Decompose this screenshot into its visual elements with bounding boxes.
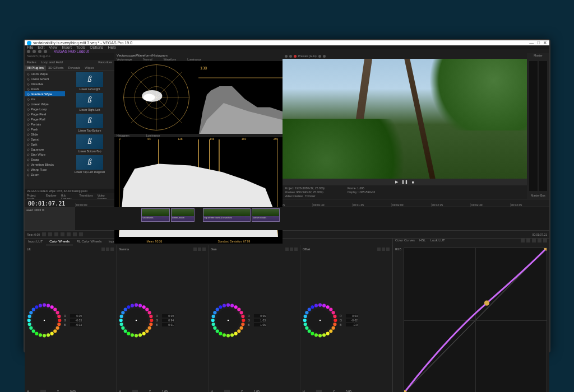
tab-look-lut[interactable]: Look LUT [430,239,445,245]
tl-button[interactable] [73,232,77,236]
fx-item[interactable]: ◇ Star Wipe [25,152,65,157]
prev-icon[interactable] [323,55,326,58]
tl-button[interactable] [48,232,52,236]
fx-item[interactable]: ◇ Venetian Blinds [25,162,65,167]
fx-item[interactable]: ◇ Push [25,127,65,132]
record-icon[interactable] [294,55,297,58]
fx-item[interactable]: ◇ Linear Wipe [25,101,65,106]
curve-icon[interactable] [538,239,541,242]
menu-tools[interactable]: Tools [76,45,85,49]
tool-icon[interactable] [33,50,36,53]
svg-text:130: 130 [200,66,207,71]
fx-item[interactable]: ◇ Page Peel [25,111,65,116]
preview-mode[interactable]: Preview (Auto) [298,54,317,58]
thumb-item[interactable]: ßLinear Bottom-Top [65,133,114,154]
fx-item[interactable]: ◇ Portals [25,122,65,127]
menu-file[interactable]: File [27,45,33,49]
tool-icon[interactable] [44,50,47,53]
menu-options[interactable]: Options [90,45,103,49]
fx-item[interactable]: ◇ Slide [25,132,65,137]
color-wheel[interactable] [211,303,246,338]
tab-fades[interactable]: Fades [25,60,39,66]
play-button[interactable]: ▶ [395,180,398,184]
pause-button[interactable]: ❚❚ [401,180,408,184]
tl-button[interactable] [79,232,83,236]
tool-icon[interactable] [38,50,41,53]
fx-item[interactable]: ◇ Clock Wipe [25,71,65,76]
svg-point-96 [241,315,244,318]
curve-icon[interactable] [521,239,525,242]
track-body[interactable]: woodlandswinter-moontop of tree trunk & … [75,207,549,230]
cat-3d[interactable]: 3D Effects [46,66,66,71]
fx-item[interactable]: ◇ Cross Effect [25,76,65,81]
svg-point-122 [332,311,335,314]
tab-color-wheels[interactable]: Color Wheels [46,239,73,245]
cat-all[interactable]: All Plug-ins [25,66,46,71]
cat-reveals[interactable]: Reveals [66,66,83,71]
fx-item[interactable]: ◇ Spiral [25,137,65,142]
minimize-button[interactable]: — [529,40,534,45]
hub-logout[interactable]: VEGAS Hub Logout [54,49,89,53]
fx-item[interactable]: ◇ Page Loop [25,106,65,111]
color-wheel[interactable] [303,303,337,338]
tab-input-lut[interactable]: Input LUT [25,239,46,245]
menu-edit[interactable]: Edit [38,45,44,49]
tab-rl-wheels[interactable]: RL Color Wheels [73,239,105,245]
stop-button[interactable]: ■ [411,180,414,184]
clip[interactable]: sunset clouds [252,208,280,222]
curve-icon[interactable] [526,239,530,242]
tool-icon[interactable] [27,50,30,53]
tl-button[interactable] [61,232,64,236]
favorites-label[interactable]: Favorites [96,60,114,66]
tab-loop[interactable]: Loop and Hold [39,60,65,66]
tab-project-media[interactable]: Project Media [25,193,44,199]
color-wheel[interactable] [27,303,62,338]
prev-icon[interactable] [318,55,321,58]
fx-item[interactable]: ◇ Swap [25,157,65,162]
tab-color-curves[interactable]: Color Curves [395,239,415,245]
main-area: Search plug-ins Fades Loop and Hold Favo… [25,53,549,392]
svg-point-63 [131,304,134,307]
thumb-item[interactable]: ßLinear Top-Bottom [65,113,114,133]
fx-item[interactable]: ◇ Zoom [25,172,65,177]
fx-item[interactable]: ◇ Warp Flow [25,167,65,172]
tab-video-scopes[interactable]: Video Scopes [95,193,114,199]
menu-insert[interactable]: Insert [62,45,72,49]
menu-view[interactable]: View [49,45,57,49]
fx-item[interactable]: ◇ Gradient Wipe [25,91,65,96]
clip[interactable]: winter-moon [171,208,195,222]
thumb-item[interactable]: ßLinear Left-Right [65,71,114,92]
tab-hub-explorer[interactable]: Hub Explorer [59,193,77,199]
fx-item[interactable]: ◇ Iris [25,96,65,101]
close-button[interactable]: ✕ [543,40,547,45]
clip[interactable]: woodlands [141,208,170,222]
fx-item[interactable]: ◇ Flash [25,86,65,91]
fx-item[interactable]: ◇ Dissolve [25,81,65,86]
tl-button[interactable] [67,232,71,236]
svg-point-20 [57,323,61,326]
color-wheel[interactable] [119,303,154,338]
menu-help[interactable]: Help [108,45,115,49]
search-input[interactable]: Search plug-ins [25,53,114,60]
cat-wipes[interactable]: Wipes [82,66,96,71]
fx-item[interactable]: ◇ Squeeze [25,147,65,152]
svg-point-79 [226,334,230,337]
tab-hsl[interactable]: HSL [419,239,426,245]
thumb-item[interactable]: ßLinear Right-Left [65,92,114,113]
thumb-item[interactable]: ßLinear Top-Left Diagonal [65,154,114,175]
curve-mode[interactable]: RGB [395,248,401,392]
tl-button[interactable] [42,232,46,236]
prev-icon[interactable] [285,55,288,58]
maximize-button[interactable]: □ [537,40,540,45]
curve-icon[interactable] [543,239,547,242]
fx-item[interactable]: ◇ Page Roll [25,116,65,122]
curve-icon[interactable] [532,239,536,242]
fx-item[interactable]: ◇ Split [25,142,65,147]
tab-transitions[interactable]: Transitions [77,193,95,199]
tab-explorer[interactable]: Explorer [44,193,59,199]
track-header[interactable]: Level: 100.0 % [25,207,75,230]
clip[interactable]: top of tree trunk & branches [203,208,251,222]
tl-button[interactable] [54,232,58,236]
curve-graph[interactable] [404,248,547,392]
prev-icon[interactable] [289,55,292,58]
